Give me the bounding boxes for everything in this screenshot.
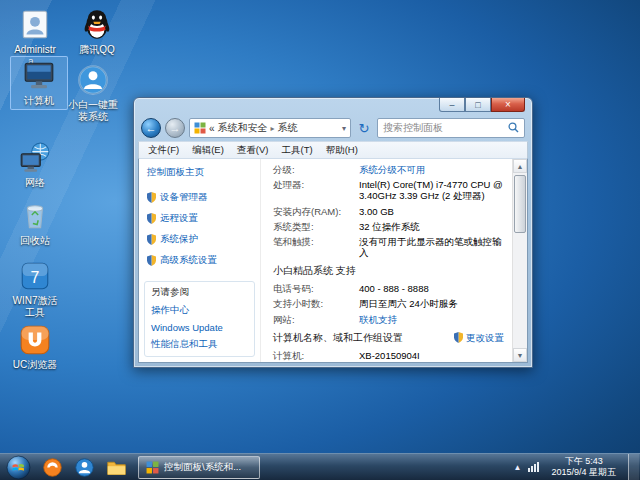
row-value: 32 位操作系统 bbox=[359, 221, 504, 232]
sidebar-item-action-center[interactable]: 操作中心 bbox=[151, 304, 248, 317]
browser-taskbar-icon[interactable] bbox=[38, 455, 66, 479]
window-body: 控制面板主页 设备管理器 远程设置 系统保护 高级系统设置 bbox=[138, 158, 528, 363]
row-label: 分级: bbox=[273, 164, 359, 175]
sidebar-item-system-protection[interactable]: 系统保护 bbox=[147, 233, 256, 246]
support-row-hours: 支持小时数: 周日至周六 24小时服务 bbox=[273, 298, 504, 309]
taskbar-window-button[interactable]: 控制面板\系统和... bbox=[138, 456, 260, 479]
uac-shield-icon bbox=[147, 213, 156, 224]
network-icon bbox=[18, 141, 52, 175]
menu-bar: 文件(F) 编辑(E) 查看(V) 工具(T) 帮助(H) bbox=[138, 141, 528, 158]
svg-text:7: 7 bbox=[31, 269, 40, 286]
rating-link[interactable]: 系统分级不可用 bbox=[359, 164, 504, 175]
row-label: 系统类型: bbox=[273, 221, 359, 232]
vertical-scrollbar[interactable]: ▲ ▼ bbox=[512, 159, 527, 362]
desktop-icon-computer[interactable]: 计算机 bbox=[10, 56, 68, 110]
sidebar-item-label: 系统保护 bbox=[160, 233, 198, 246]
maximize-button[interactable]: □ bbox=[465, 98, 491, 112]
computer-name-section: 计算机名称、域和工作组设置 更改设置 bbox=[273, 332, 504, 344]
desktop-icon-label: 小白一键重装系统 bbox=[67, 99, 119, 122]
explorer-taskbar-icon[interactable] bbox=[102, 455, 130, 479]
address-bar[interactable]: « 系统和安全 ▸ 系统 ▾ bbox=[189, 118, 351, 138]
row-label: 计算机: bbox=[273, 350, 359, 361]
computer-section-title: 计算机名称、域和工作组设置 bbox=[273, 332, 403, 344]
info-row-memory: 安装内存(RAM): 3.00 GB bbox=[273, 206, 504, 217]
desktop-icon-label: 回收站 bbox=[20, 235, 50, 247]
win7-activator-icon: 7 bbox=[18, 259, 52, 293]
sidebar-item-device-manager[interactable]: 设备管理器 bbox=[147, 191, 256, 204]
desktop-icon-uc-browser[interactable]: UC浏览器 bbox=[6, 320, 64, 374]
desktop-icon-recycle-bin[interactable]: 回收站 bbox=[6, 196, 64, 250]
sidebar-item-home[interactable]: 控制面板主页 bbox=[147, 166, 256, 179]
breadcrumb-overflow[interactable]: « bbox=[209, 123, 215, 134]
forward-button[interactable]: → bbox=[165, 118, 185, 138]
change-settings-link[interactable]: 更改设置 bbox=[454, 332, 504, 343]
desktop: Administra... 腾讯QQ 计算机 小白一键重装系统 网络 回收站 7 bbox=[0, 0, 640, 480]
close-button[interactable]: × bbox=[491, 98, 525, 112]
clock-time: 下午 5:43 bbox=[551, 456, 616, 467]
row-value: 周日至周六 24小时服务 bbox=[359, 298, 504, 309]
menu-edit[interactable]: 编辑(E) bbox=[192, 144, 224, 157]
row-value: 400 - 888 - 8888 bbox=[359, 283, 504, 294]
user-folder-icon bbox=[18, 8, 52, 42]
desktop-icon-network[interactable]: 网络 bbox=[6, 138, 64, 192]
row-label: 安装内存(RAM): bbox=[273, 206, 359, 217]
desktop-icon-qq[interactable]: 腾讯QQ bbox=[68, 5, 126, 59]
see-also-panel: 另请参阅 操作中心 Windows Update 性能信息和工具 bbox=[144, 281, 255, 357]
info-row-processor: 处理器: Intel(R) Core(TM) i7-4770 CPU @ 3.4… bbox=[273, 179, 504, 201]
search-box[interactable]: 搜索控制面板 bbox=[377, 118, 525, 138]
tray-expand-icon[interactable]: ▲ bbox=[514, 463, 522, 472]
online-support-link[interactable]: 联机支持 bbox=[359, 314, 504, 325]
desktop-icon-label: WIN7激活工具 bbox=[9, 295, 61, 318]
scrollbar-thumb[interactable] bbox=[514, 175, 526, 233]
uac-shield-icon bbox=[454, 332, 463, 343]
sidebar-item-windows-update[interactable]: Windows Update bbox=[151, 322, 248, 333]
menu-view[interactable]: 查看(V) bbox=[237, 144, 269, 157]
breadcrumb-system-security[interactable]: 系统和安全 bbox=[218, 121, 268, 135]
desktop-icon-xiaobai-reinstall[interactable]: 小白一键重装系统 bbox=[64, 60, 122, 125]
uc-browser-icon bbox=[18, 323, 52, 357]
show-desktop-button[interactable] bbox=[628, 454, 639, 480]
desktop-icon-label: UC浏览器 bbox=[13, 359, 57, 371]
uac-shield-icon bbox=[147, 255, 156, 266]
qq-penguin-icon bbox=[80, 8, 114, 42]
sidebar-item-remote-settings[interactable]: 远程设置 bbox=[147, 212, 256, 225]
breadcrumb-system[interactable]: 系统 bbox=[278, 121, 298, 135]
network-tray-icon[interactable] bbox=[528, 462, 539, 472]
back-button[interactable]: ← bbox=[141, 118, 161, 138]
see-also-title: 另请参阅 bbox=[151, 286, 248, 299]
info-row-pen-touch: 笔和触摸: 没有可用于此显示器的笔或触控输入 bbox=[273, 236, 504, 258]
scroll-down-icon[interactable]: ▼ bbox=[513, 348, 527, 362]
taskbar-clock[interactable]: 下午 5:43 2015/9/4 星期五 bbox=[546, 456, 621, 479]
desktop-icon-win7-activator[interactable]: 7 WIN7激活工具 bbox=[6, 256, 64, 321]
computer-icon bbox=[22, 59, 56, 93]
recycle-bin-icon bbox=[18, 199, 52, 233]
row-label: 电话号码: bbox=[273, 283, 359, 294]
system-tray: ▲ 下午 5:43 2015/9/4 星期五 bbox=[514, 454, 640, 480]
refresh-button[interactable]: ↻ bbox=[355, 118, 373, 138]
app-taskbar-icon[interactable] bbox=[70, 455, 98, 479]
title-bar[interactable]: – □ × bbox=[134, 98, 532, 115]
start-button[interactable] bbox=[0, 454, 36, 480]
change-settings-label: 更改设置 bbox=[466, 332, 504, 343]
desktop-icon-label: 计算机 bbox=[24, 95, 54, 107]
sidebar-item-advanced-settings[interactable]: 高级系统设置 bbox=[147, 254, 256, 267]
scroll-up-icon[interactable]: ▲ bbox=[513, 159, 527, 173]
support-row-phone: 电话号码: 400 - 888 - 8888 bbox=[273, 283, 504, 294]
menu-file[interactable]: 文件(F) bbox=[148, 144, 179, 157]
taskbar: 控制面板\系统和... ▲ 下午 5:43 2015/9/4 星期五 bbox=[0, 453, 640, 480]
desktop-icon-label: 腾讯QQ bbox=[79, 44, 115, 56]
clock-date: 2015/9/4 星期五 bbox=[551, 467, 616, 478]
sidebar-item-label: 设备管理器 bbox=[160, 191, 208, 204]
sidebar-item-performance-tools[interactable]: 性能信息和工具 bbox=[151, 338, 248, 351]
row-label: 支持小时数: bbox=[273, 298, 359, 309]
menu-tools[interactable]: 工具(T) bbox=[281, 144, 312, 157]
desktop-icon-label: 网络 bbox=[25, 177, 45, 189]
address-dropdown-icon[interactable]: ▾ bbox=[342, 124, 346, 133]
search-placeholder: 搜索控制面板 bbox=[383, 121, 443, 135]
minimize-button[interactable]: – bbox=[439, 98, 465, 112]
uac-shield-icon bbox=[147, 234, 156, 245]
navigation-bar: ← → « 系统和安全 ▸ 系统 ▾ ↻ 搜索控制面板 bbox=[134, 115, 532, 141]
menu-help[interactable]: 帮助(H) bbox=[326, 144, 358, 157]
support-section-title: 小白精品系统 支持 bbox=[273, 265, 504, 277]
windows-logo-icon bbox=[6, 455, 31, 480]
